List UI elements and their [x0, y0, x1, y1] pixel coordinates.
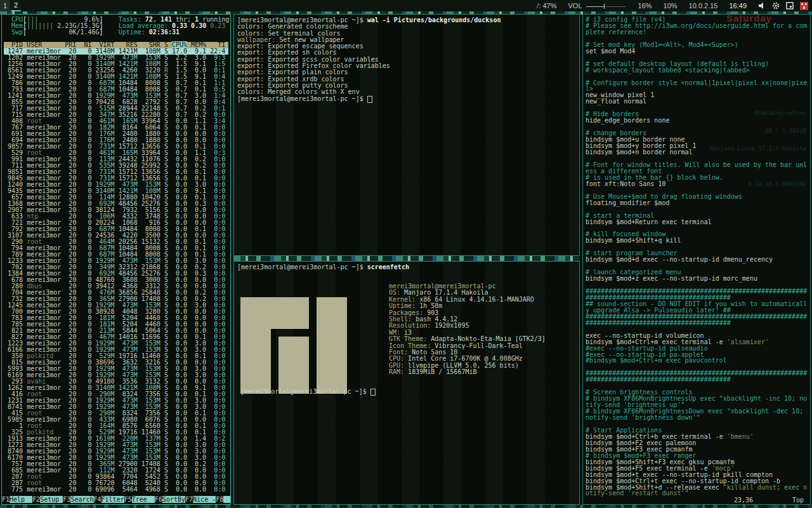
terminal-screenfetch-window[interactable]: [merei3mortal@merei3mortal-pc ~]$ screen…: [233, 261, 580, 505]
terminal-line: ########################################…: [586, 370, 808, 383]
terminal-line: bindsym $mod+Shift+q kill: [586, 237, 808, 244]
manjaro-logo: [240, 297, 347, 394]
status-area: /: 47% VOL 16% 10% 10.0.2.15 16:49: [537, 2, 812, 10]
volume-label: VOL: [568, 2, 582, 10]
system-tray: [758, 2, 808, 10]
fkey-f3[interactable]: F3Search: [63, 496, 93, 503]
i3bar: 12 /: 47% VOL 16% 10% 10.0.2.15 16:49: [0, 0, 812, 11]
terminal-line: # bindsym XF86MonBrightnessDown exec "xb…: [586, 408, 808, 421]
terminal-line: # Font for window titles. Will also be u…: [586, 162, 808, 175]
window-icon[interactable]: [786, 2, 794, 10]
workspace-button-2[interactable]: 2: [11, 0, 21, 11]
terminal-line: # workspace_layout tabbed <stacking|tabb…: [586, 67, 808, 74]
htop-function-keys: F1Help F2Setup F3SearchF4FilterF5Tree F6…: [2, 496, 230, 503]
stat-mem: 10%: [664, 2, 678, 10]
terminal-line: floating_modifier $mod: [586, 200, 808, 206]
scroll-indicator: Top: [792, 497, 804, 504]
terminal-wal-window[interactable]: [merei3mortal@merei3mortal-pc ~]$ wal -i…: [233, 14, 580, 256]
fkey-f2[interactable]: F2Setup: [32, 496, 63, 503]
terminal-line: ## sound-section - DO NOT EDIT if you wi…: [586, 301, 808, 314]
gear-icon[interactable]: [772, 2, 780, 10]
terminal-line: [merei3mortal@merei3mortal-pc ~]$ screen…: [237, 264, 576, 271]
terminal-line: bindsym $mod+Shift+d --release exec "kil…: [586, 485, 808, 497]
vim-content: # i3 config file (v4)# Please see http:/…: [583, 15, 810, 498]
desktop-wallpaper: CPU[||| 9.6%] Tasks: 72, 141 thr; 1 runn…: [0, 11, 812, 508]
terminal-line: [merei3mortal@merei3mortal-pc ~]$: [237, 96, 576, 103]
cursor-position: 23,36: [734, 497, 753, 504]
fkey-f6[interactable]: F6SortBy: [155, 496, 185, 503]
volume-widget[interactable]: VOL: [568, 2, 627, 10]
vim-statusline: 23,36 Top: [583, 497, 810, 504]
volume-slider[interactable]: [586, 4, 627, 9]
terminal-line: bindsym $mod+d exec --no-startup-id dmen…: [586, 257, 808, 263]
terminal-line: #bindsym $mod+Ctrl+m exec pavucontrol: [586, 358, 808, 364]
terminal-line: Resolution: 1920x1095: [389, 323, 546, 329]
terminal-line: bindsym $mod+Return exec terminal: [586, 219, 808, 225]
workspace-button-1[interactable]: 1: [0, 0, 10, 11]
fkey-f7[interactable]: F7Nice -: [185, 496, 216, 503]
terminal-line: ########################################…: [586, 288, 808, 301]
terminal-line: set $mod Mod4: [586, 48, 808, 55]
battery-text: : 47%: [539, 2, 556, 10]
terminal-line: [4, 36, 228, 42]
fkey-f1[interactable]: F1Help: [2, 496, 32, 503]
workspace-switcher: 12: [0, 0, 22, 11]
process-row[interactable]: 775 merei3mor 20 0 69096 5464 4968 S 0.0…: [4, 486, 228, 493]
terminal-line: ########################################…: [586, 314, 808, 326]
terminal-line: font xft:Noto Sans 10: [586, 181, 808, 187]
screenfetch-prompt-2: [merei3mortal@merei3mortal-pc ~]$: [237, 386, 379, 398]
fkey-f5[interactable]: F5Tree: [124, 496, 155, 503]
fkey-f4[interactable]: F4Filter: [94, 496, 124, 503]
screenfetch-info: merei3mortal@merei3mortal-pcOS: Manjaro …: [389, 283, 546, 376]
terminal-line: bindsym $mod+z exec --no-startup-id morc…: [586, 276, 808, 282]
terminal-line: new_float normal: [586, 98, 808, 105]
terminal-line: # Configure border style <normal|1pixel|…: [586, 80, 808, 93]
battery-status: /: 47%: [537, 2, 556, 10]
terminal-line: # bindsym XF86MonBrightnessUp exec "xbac…: [586, 396, 808, 408]
terminal-line: [merei3mortal@merei3mortal-pc ~]$: [240, 389, 376, 396]
speaker-icon[interactable]: [758, 2, 766, 10]
htop-content: CPU[||| 9.6%] Tasks: 72, 141 thr; 1 runn…: [2, 15, 230, 493]
terminal-line: bindsym $mod+n border normal: [586, 149, 808, 156]
red-app-icon[interactable]: [800, 2, 808, 10]
terminal-line: hide_edge_borders none: [586, 117, 808, 124]
wallpaper-strip-bottom: [0, 505, 812, 508]
terminal-wal-content: [merei3mortal@merei3mortal-pc ~]$ wal -i…: [234, 15, 579, 105]
stat-cpu: 16%: [638, 2, 652, 10]
terminal-line: # Please see http://i3wm.org/docs/usergu…: [586, 23, 808, 36]
terminal-line: Swp[ 0K/1.46G] Uptime: 02:36:31: [4, 29, 228, 36]
terminal-line: RAM: 1839MiB / 15667MiB: [389, 369, 546, 375]
ip-address: 10.0.2.15: [689, 2, 718, 10]
clock: 16:49: [729, 2, 747, 10]
htop-window[interactable]: CPU[||| 9.6%] Tasks: 72, 141 thr; 1 runn…: [1, 14, 231, 505]
fkey-f8[interactable]: F8: [216, 496, 231, 503]
wallpaper-strip-mid: [233, 256, 580, 261]
screenfetch-prompt: [merei3mortal@merei3mortal-pc ~]$ screen…: [234, 262, 579, 273]
vim-window[interactable]: Saturday QtWebEngineProc0B / 1.46GiBManj…: [582, 14, 811, 505]
